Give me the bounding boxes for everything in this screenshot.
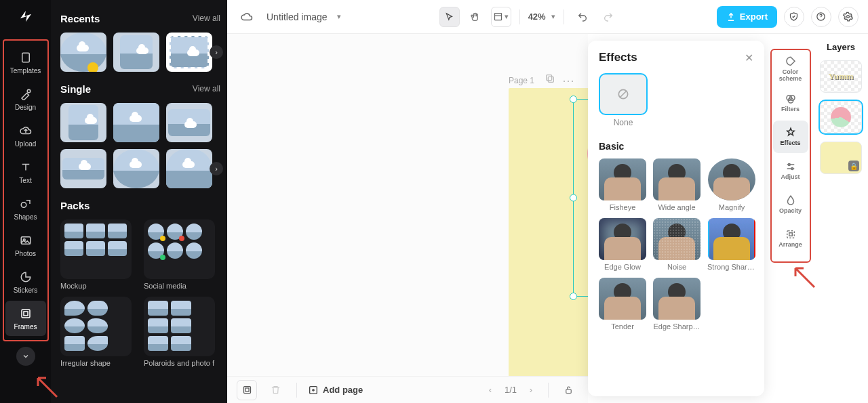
effect-fisheye[interactable] [599, 158, 646, 200]
text-icon [19, 161, 33, 174]
svg-rect-14 [245, 388, 249, 391]
tab-arrange[interactable]: Arrange [773, 222, 808, 255]
frame-tile[interactable] [113, 103, 159, 142]
crop-tool[interactable]: ▾ [491, 7, 511, 27]
frame-tile[interactable] [166, 103, 212, 142]
svg-rect-7 [495, 14, 502, 20]
property-tabs: Color scheme Filters Effects Adjust Opac… [768, 41, 812, 396]
frame-tile[interactable] [60, 149, 106, 188]
pack-social[interactable] [144, 219, 215, 279]
frame-tile[interactable] [166, 33, 212, 72]
svg-rect-0 [22, 53, 29, 62]
effect-none[interactable] [599, 73, 648, 115]
nav-stickers[interactable]: Stickers [5, 264, 46, 299]
undo-button[interactable] [572, 7, 593, 27]
svg-rect-11 [547, 75, 552, 81]
layer-candy[interactable] [820, 101, 862, 133]
svg-rect-10 [548, 77, 553, 82]
page-label: Page 1 [509, 76, 534, 85]
lock-icon: 🔒 [848, 161, 859, 171]
nav-photos[interactable]: Photos [5, 228, 46, 263]
lock-toggle-icon[interactable] [558, 380, 578, 400]
app-logo[interactable] [15, 5, 37, 27]
svg-point-9 [847, 16, 850, 18]
bottom-bar: Add page ‹ 1/1 › [227, 376, 588, 403]
add-page-button[interactable]: Add page [308, 385, 363, 396]
frame-tile[interactable] [113, 33, 159, 72]
tab-opacity[interactable]: Opacity [773, 188, 808, 221]
property-tabs-highlight-box: Color scheme Filters Effects Adjust Opac… [770, 49, 811, 263]
title-chevron-icon[interactable]: ▾ [337, 12, 341, 21]
close-icon[interactable]: ✕ [741, 50, 756, 65]
nav-text[interactable]: Text [5, 154, 46, 190]
tab-effects[interactable]: Effects [773, 121, 808, 153]
redo-button[interactable] [598, 7, 618, 27]
tab-adjust[interactable]: Adjust [773, 154, 808, 187]
upload-icon [19, 124, 33, 137]
document-title[interactable]: Untitled image [264, 10, 330, 24]
effects-title: Effects [599, 51, 637, 64]
selection-bounds[interactable]: ↻ [573, 99, 588, 297]
layer-background[interactable]: 🔒 [820, 142, 862, 174]
svg-rect-16 [566, 389, 571, 394]
nav-upload[interactable]: Upload [5, 118, 46, 153]
delete-page-icon[interactable] [265, 380, 285, 400]
canvas-area[interactable]: Page 1 ⋯ Yummy ⋯ [227, 34, 588, 403]
effect-magnify[interactable] [708, 158, 755, 200]
frame-tile[interactable] [166, 149, 212, 188]
tab-color-scheme[interactable]: Color scheme [773, 53, 808, 85]
tab-filters[interactable]: Filters [773, 87, 808, 119]
pages-panel-icon[interactable] [237, 380, 257, 400]
effect-tender[interactable] [599, 278, 646, 320]
hand-tool[interactable] [465, 7, 486, 27]
frame-tile[interactable] [60, 33, 106, 72]
effect-wideangle[interactable] [653, 158, 701, 200]
shapes-icon [19, 197, 33, 211]
prev-page-icon[interactable]: ‹ [483, 383, 498, 398]
shield-icon[interactable] [784, 7, 804, 27]
effect-noise[interactable] [653, 218, 701, 260]
pack-mockup[interactable] [60, 219, 132, 279]
nav-design[interactable]: Design [5, 81, 46, 116]
export-button[interactable]: Export [717, 6, 777, 28]
next-page-icon[interactable]: › [524, 383, 538, 398]
frame-tile[interactable] [60, 103, 106, 142]
effect-edgesharp[interactable] [653, 278, 701, 320]
single-view-all[interactable]: View all [193, 84, 220, 93]
nav-expand-button[interactable] [16, 347, 35, 366]
nav-templates[interactable]: Templates [5, 45, 46, 80]
top-toolbar: Untitled image ▾ ▾ 42% ▾ Export [227, 0, 868, 34]
zoom-chevron-icon[interactable]: ▾ [551, 12, 555, 21]
effect-strongsharp[interactable] [708, 218, 755, 260]
nav-shapes[interactable]: Shapes [5, 191, 46, 226]
templates-icon [19, 51, 33, 64]
duplicate-page-icon[interactable] [545, 73, 555, 88]
effects-panel: Effects ✕ None Basic Fisheye Wide angle … [588, 41, 764, 396]
svg-point-1 [27, 89, 31, 93]
pack-irregular[interactable] [60, 297, 132, 356]
section-recents-title: Recents [60, 13, 100, 24]
select-tool[interactable] [439, 7, 460, 27]
carousel-next-icon[interactable]: › [210, 45, 223, 59]
pack-polaroid[interactable] [144, 297, 215, 356]
recents-view-all[interactable]: View all [193, 14, 220, 23]
svg-rect-13 [243, 387, 250, 394]
assets-panel: Recents View all › Single View all › Pac… [51, 0, 227, 403]
frame-tile[interactable] [113, 149, 159, 188]
nav-frames[interactable]: Frames [5, 301, 46, 336]
layer-text[interactable]: Yumm [820, 60, 862, 93]
effects-basic-heading: Basic [599, 141, 756, 152]
frames-icon [19, 307, 33, 320]
cloud-sync-icon[interactable] [237, 7, 257, 27]
page-counter: 1/1 [505, 385, 517, 395]
settings-icon[interactable] [838, 7, 859, 27]
svg-rect-6 [24, 312, 28, 316]
effect-edgeglow[interactable] [599, 218, 646, 260]
page-more-icon[interactable]: ⋯ [562, 73, 576, 88]
zoom-level[interactable]: 42% [528, 12, 546, 22]
carousel-next-icon[interactable]: › [210, 162, 223, 175]
photos-icon [19, 234, 33, 247]
layers-panel: Layers Yumm 🔒 [814, 34, 868, 403]
help-icon[interactable] [811, 7, 831, 27]
svg-rect-5 [22, 310, 30, 318]
